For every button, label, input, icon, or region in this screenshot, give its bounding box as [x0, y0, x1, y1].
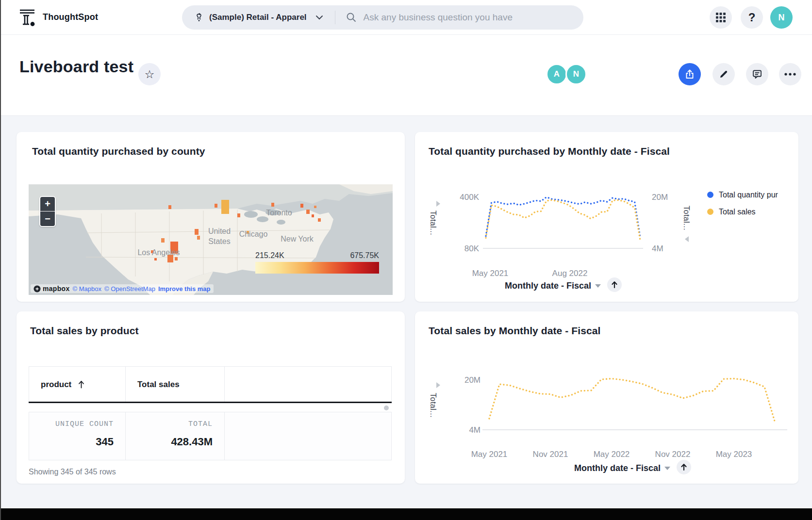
chart-legend: Total quantity pur Total sales: [707, 186, 797, 220]
drill-up-button[interactable]: [607, 277, 622, 292]
pencil-icon: [719, 69, 729, 79]
comment-button[interactable]: [746, 63, 768, 85]
x-axis-name-group[interactable]: Monthly date - Fiscal: [505, 281, 601, 291]
quantity-chart-baseline: [483, 248, 643, 249]
data-source-selector[interactable]: (Sample) Retail - Apparel: [182, 13, 323, 22]
summary-label-total: TOTAL: [188, 420, 213, 428]
brand-name: ThoughtSpot: [43, 12, 98, 22]
quantity-chart-title: Total quantity purchased by Monthly date…: [429, 146, 670, 157]
table-header-product[interactable]: product: [29, 366, 126, 403]
summary-cell-product: UNIQUE COUNT 345: [29, 412, 126, 460]
ellipsis-icon: [784, 73, 796, 76]
data-source-icon: [195, 13, 203, 22]
map-card: Total quantity purchased by county: [17, 132, 405, 302]
help-button[interactable]: ?: [741, 6, 763, 29]
edit-button[interactable]: [713, 63, 735, 85]
map-zoom-out-button[interactable]: −: [40, 211, 55, 226]
map-label-new-york: New York: [281, 235, 314, 243]
map-attribution: mapbox © Mapbox © OpenStreetMap Improve …: [31, 284, 214, 293]
sales-chart-plot[interactable]: [486, 367, 778, 430]
county-map[interactable]: Toronto United States Chicago New York L…: [29, 184, 393, 295]
right-axis-collapse-icon[interactable]: [685, 236, 689, 242]
author-avatar-initial: A: [554, 69, 560, 79]
table-scrollbar-thumb[interactable]: [384, 406, 389, 410]
mapbox-logo-text: mapbox: [43, 285, 69, 292]
quantity-chart-card: Total quantity purchased by Monthly date…: [415, 132, 798, 302]
sales-x-tick-1: Nov 2021: [533, 450, 568, 459]
help-icon: ?: [748, 11, 756, 24]
map-label-toronto: Toronto: [266, 209, 292, 217]
map-label-chicago: Chicago: [239, 230, 268, 238]
column-label-total-sales: Total sales: [137, 380, 180, 390]
arrow-up-icon: [680, 463, 687, 471]
sales-y-tick-20m: 20M: [446, 375, 481, 385]
favorite-button[interactable]: ☆: [138, 63, 161, 85]
summary-value-total: 428.43M: [171, 436, 213, 448]
user-avatar[interactable]: N: [770, 6, 793, 29]
left-axis-expand-icon[interactable]: [436, 201, 440, 207]
osm-copyright-link[interactable]: © OpenStreetMap: [104, 285, 155, 292]
share-icon: [684, 69, 695, 80]
legend-label-sales: Total sales: [719, 208, 756, 216]
app-switcher-button[interactable]: [710, 6, 732, 29]
map-label-states: States: [208, 237, 230, 245]
sales-x-tick-2: May 2022: [594, 450, 630, 459]
legend-dot-yellow: [707, 209, 713, 215]
column-label-product: product: [41, 380, 71, 390]
sales-axis-caret-icon: [664, 467, 670, 470]
quantity-chart-plot[interactable]: [483, 189, 643, 249]
arrow-up-icon: [611, 281, 618, 289]
sales-chart-baseline: [482, 429, 787, 430]
legend-label-quantity: Total quantity pur: [719, 191, 778, 199]
table-header-divider: [29, 402, 392, 403]
summary-cell-total: TOTAL 428.43M: [125, 412, 225, 460]
y-tick-400k: 400K: [444, 193, 479, 202]
thoughtspot-logo[interactable]: [18, 8, 38, 27]
bottom-black-bar: [1, 508, 812, 520]
map-label-los-angeles: Los Angeles: [137, 248, 180, 257]
sales-axis-expand-icon[interactable]: [436, 382, 440, 388]
right-axis-label[interactable]: Total...: [682, 206, 691, 230]
search-icon: [346, 12, 357, 23]
y-tick-20m: 20M: [652, 193, 687, 202]
sales-table-card: Total sales by product product Total sal…: [17, 311, 405, 484]
more-options-button[interactable]: [779, 63, 801, 85]
colorbar: [255, 262, 379, 274]
y-tick-4m: 4M: [652, 244, 687, 254]
top-nav-bar: ThoughtSpot (Sample) Retail - Apparel: [1, 0, 812, 35]
x-axis-name: Monthly date - Fiscal: [505, 281, 591, 291]
map-card-title: Total quantity purchased by county: [32, 146, 205, 157]
legend-item-sales[interactable]: Total sales: [707, 203, 797, 220]
left-axis-label[interactable]: Total...: [429, 211, 437, 235]
share-button[interactable]: [679, 63, 701, 85]
search-placeholder: Ask any business question you have: [364, 12, 513, 23]
sales-x-tick-4: May 2023: [716, 450, 752, 459]
sales-x-axis-name-group[interactable]: Monthly date - Fiscal: [574, 463, 670, 473]
sales-x-tick-0: May 2021: [471, 450, 508, 459]
summary-label-unique-count: UNIQUE COUNT: [55, 420, 114, 428]
map-zoom-in-button[interactable]: +: [40, 197, 55, 211]
map-label-united: United: [208, 227, 231, 235]
liveboard-page: ThoughtSpot (Sample) Retail - Apparel: [0, 0, 812, 520]
colorbar-max-label: 675.75K: [350, 251, 379, 260]
sales-x-axis-name: Monthly date - Fiscal: [574, 463, 661, 473]
map-canvas: Toronto United States Chicago New York L…: [29, 184, 393, 295]
improve-map-link[interactable]: Improve this map: [158, 285, 211, 292]
sales-y-tick-4m: 4M: [446, 425, 481, 435]
sales-drill-up-button[interactable]: [677, 460, 691, 474]
user-avatar-initial: N: [779, 13, 785, 23]
sales-axis-label[interactable]: Total...: [429, 393, 437, 418]
legend-item-quantity[interactable]: Total quantity pur: [707, 186, 797, 203]
viewer-avatar[interactable]: N: [565, 64, 587, 85]
table-header-total-sales[interactable]: Total sales: [125, 366, 225, 403]
liveboard-header: Liveboard test ☆ A N: [1, 35, 812, 116]
summary-value-unique-count: 345: [96, 436, 114, 448]
search-box[interactable]: Ask any business question you have: [335, 12, 583, 23]
mapbox-logo[interactable]: mapbox: [33, 285, 69, 292]
mapbox-copyright-link[interactable]: © Mapbox: [72, 285, 101, 292]
author-avatar[interactable]: A: [546, 64, 567, 85]
colorbar-min-label: 215.24K: [255, 251, 284, 260]
axis-caret-icon: [595, 284, 601, 288]
y-tick-80k: 80K: [444, 244, 479, 254]
data-source-label: (Sample) Retail - Apparel: [209, 13, 307, 22]
